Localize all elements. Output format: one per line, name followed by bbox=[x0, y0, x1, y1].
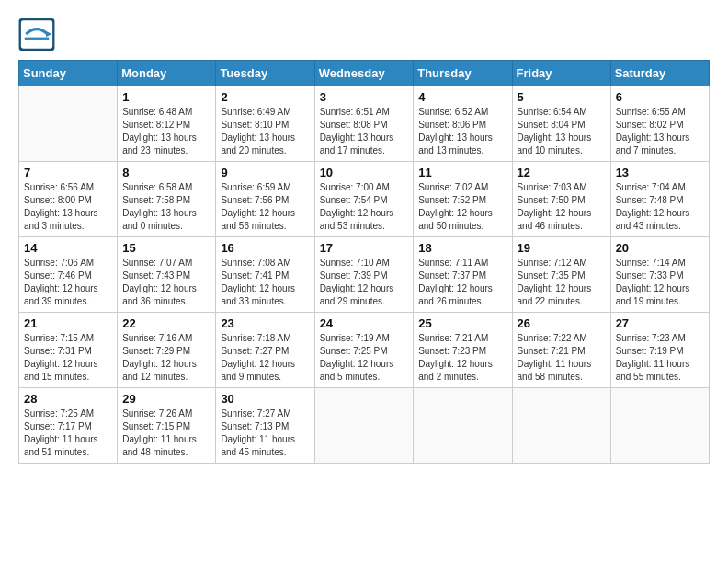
day-number: 9 bbox=[221, 166, 309, 179]
weekday-header: Tuesday bbox=[216, 61, 314, 86]
calendar-cell: 18Sunrise: 7:11 AM Sunset: 7:37 PM Dayli… bbox=[414, 237, 512, 313]
calendar-cell: 19Sunrise: 7:12 AM Sunset: 7:35 PM Dayli… bbox=[512, 237, 610, 313]
day-number: 4 bbox=[418, 90, 506, 104]
day-number: 8 bbox=[122, 166, 210, 179]
calendar-cell bbox=[414, 388, 512, 464]
weekday-header: Monday bbox=[118, 61, 216, 86]
day-number: 22 bbox=[122, 316, 210, 330]
page-header bbox=[18, 18, 710, 51]
calendar-cell bbox=[314, 388, 414, 464]
calendar-cell: 2Sunrise: 6:49 AM Sunset: 8:10 PM Daylig… bbox=[216, 86, 314, 162]
day-info: Sunrise: 6:48 AM Sunset: 8:12 PM Dayligh… bbox=[122, 106, 210, 157]
calendar-cell: 25Sunrise: 7:21 AM Sunset: 7:23 PM Dayli… bbox=[414, 313, 512, 388]
day-info: Sunrise: 7:16 AM Sunset: 7:29 PM Dayligh… bbox=[122, 332, 210, 384]
day-info: Sunrise: 7:12 AM Sunset: 7:35 PM Dayligh… bbox=[518, 257, 606, 308]
day-info: Sunrise: 7:18 AM Sunset: 7:27 PM Dayligh… bbox=[221, 332, 309, 384]
day-number: 18 bbox=[418, 241, 506, 255]
day-info: Sunrise: 6:56 AM Sunset: 8:00 PM Dayligh… bbox=[24, 181, 112, 233]
calendar-cell: 13Sunrise: 7:04 AM Sunset: 7:48 PM Dayli… bbox=[610, 162, 709, 237]
calendar-cell: 3Sunrise: 6:51 AM Sunset: 8:08 PM Daylig… bbox=[314, 86, 414, 162]
calendar-cell: 9Sunrise: 6:59 AM Sunset: 7:56 PM Daylig… bbox=[216, 162, 314, 237]
day-number: 30 bbox=[221, 392, 309, 406]
calendar-week-row: 1Sunrise: 6:48 AM Sunset: 8:12 PM Daylig… bbox=[19, 86, 710, 162]
calendar-cell: 11Sunrise: 7:02 AM Sunset: 7:52 PM Dayli… bbox=[414, 162, 512, 237]
day-number: 2 bbox=[221, 90, 309, 104]
day-info: Sunrise: 6:59 AM Sunset: 7:56 PM Dayligh… bbox=[221, 181, 309, 233]
calendar-cell: 7Sunrise: 6:56 AM Sunset: 8:00 PM Daylig… bbox=[19, 162, 118, 237]
day-info: Sunrise: 7:14 AM Sunset: 7:33 PM Dayligh… bbox=[616, 257, 704, 308]
calendar-cell bbox=[610, 388, 709, 464]
calendar-cell: 20Sunrise: 7:14 AM Sunset: 7:33 PM Dayli… bbox=[610, 237, 709, 313]
logo bbox=[18, 18, 59, 51]
day-number: 20 bbox=[616, 241, 704, 255]
day-info: Sunrise: 7:23 AM Sunset: 7:19 PM Dayligh… bbox=[616, 332, 704, 384]
weekday-header: Thursday bbox=[414, 61, 512, 86]
calendar-cell: 24Sunrise: 7:19 AM Sunset: 7:25 PM Dayli… bbox=[314, 313, 414, 388]
day-info: Sunrise: 7:00 AM Sunset: 7:54 PM Dayligh… bbox=[320, 181, 409, 233]
day-info: Sunrise: 6:51 AM Sunset: 8:08 PM Dayligh… bbox=[320, 106, 409, 157]
day-number: 17 bbox=[320, 241, 409, 255]
day-number: 28 bbox=[24, 392, 112, 406]
day-number: 3 bbox=[320, 90, 409, 104]
weekday-header: Saturday bbox=[610, 61, 709, 86]
day-info: Sunrise: 6:54 AM Sunset: 8:04 PM Dayligh… bbox=[518, 106, 606, 157]
calendar-cell: 6Sunrise: 6:55 AM Sunset: 8:02 PM Daylig… bbox=[610, 86, 709, 162]
day-info: Sunrise: 6:49 AM Sunset: 8:10 PM Dayligh… bbox=[221, 106, 309, 157]
day-number: 21 bbox=[24, 316, 112, 330]
day-number: 11 bbox=[418, 166, 506, 179]
calendar-week-row: 28Sunrise: 7:25 AM Sunset: 7:17 PM Dayli… bbox=[19, 388, 710, 464]
day-info: Sunrise: 7:21 AM Sunset: 7:23 PM Dayligh… bbox=[418, 332, 506, 384]
day-info: Sunrise: 7:25 AM Sunset: 7:17 PM Dayligh… bbox=[24, 408, 112, 459]
day-info: Sunrise: 7:19 AM Sunset: 7:25 PM Dayligh… bbox=[320, 332, 409, 384]
calendar-cell bbox=[512, 388, 610, 464]
day-number: 24 bbox=[320, 316, 409, 330]
day-number: 27 bbox=[616, 316, 704, 330]
day-info: Sunrise: 7:26 AM Sunset: 7:15 PM Dayligh… bbox=[122, 408, 210, 459]
day-number: 6 bbox=[616, 90, 704, 104]
logo-icon bbox=[18, 18, 55, 51]
calendar-cell bbox=[19, 86, 118, 162]
day-info: Sunrise: 7:15 AM Sunset: 7:31 PM Dayligh… bbox=[24, 332, 112, 384]
day-info: Sunrise: 7:07 AM Sunset: 7:43 PM Dayligh… bbox=[122, 257, 210, 308]
day-info: Sunrise: 7:27 AM Sunset: 7:13 PM Dayligh… bbox=[221, 408, 309, 459]
day-info: Sunrise: 7:10 AM Sunset: 7:39 PM Dayligh… bbox=[320, 257, 409, 308]
calendar-cell: 27Sunrise: 7:23 AM Sunset: 7:19 PM Dayli… bbox=[610, 313, 709, 388]
calendar-cell: 5Sunrise: 6:54 AM Sunset: 8:04 PM Daylig… bbox=[512, 86, 610, 162]
day-info: Sunrise: 7:11 AM Sunset: 7:37 PM Dayligh… bbox=[418, 257, 506, 308]
calendar-cell: 29Sunrise: 7:26 AM Sunset: 7:15 PM Dayli… bbox=[118, 388, 216, 464]
calendar-cell: 4Sunrise: 6:52 AM Sunset: 8:06 PM Daylig… bbox=[414, 86, 512, 162]
weekday-header: Wednesday bbox=[314, 61, 414, 86]
day-info: Sunrise: 7:08 AM Sunset: 7:41 PM Dayligh… bbox=[221, 257, 309, 308]
day-number: 13 bbox=[616, 166, 704, 179]
day-number: 26 bbox=[518, 316, 606, 330]
day-number: 15 bbox=[122, 241, 210, 255]
day-info: Sunrise: 7:04 AM Sunset: 7:48 PM Dayligh… bbox=[616, 181, 704, 233]
day-number: 16 bbox=[221, 241, 309, 255]
day-number: 12 bbox=[518, 166, 606, 179]
calendar-cell: 22Sunrise: 7:16 AM Sunset: 7:29 PM Dayli… bbox=[118, 313, 216, 388]
calendar-cell: 12Sunrise: 7:03 AM Sunset: 7:50 PM Dayli… bbox=[512, 162, 610, 237]
weekday-header: Friday bbox=[512, 61, 610, 86]
calendar-table: SundayMondayTuesdayWednesdayThursdayFrid… bbox=[18, 60, 710, 464]
day-number: 10 bbox=[320, 166, 409, 179]
calendar-cell: 15Sunrise: 7:07 AM Sunset: 7:43 PM Dayli… bbox=[118, 237, 216, 313]
weekday-header: Sunday bbox=[19, 61, 118, 86]
day-info: Sunrise: 7:03 AM Sunset: 7:50 PM Dayligh… bbox=[518, 181, 606, 233]
calendar-cell: 28Sunrise: 7:25 AM Sunset: 7:17 PM Dayli… bbox=[19, 388, 118, 464]
calendar-cell: 10Sunrise: 7:00 AM Sunset: 7:54 PM Dayli… bbox=[314, 162, 414, 237]
day-number: 29 bbox=[122, 392, 210, 406]
day-info: Sunrise: 7:02 AM Sunset: 7:52 PM Dayligh… bbox=[418, 181, 506, 233]
calendar-cell: 16Sunrise: 7:08 AM Sunset: 7:41 PM Dayli… bbox=[216, 237, 314, 313]
calendar-cell: 30Sunrise: 7:27 AM Sunset: 7:13 PM Dayli… bbox=[216, 388, 314, 464]
calendar-cell: 23Sunrise: 7:18 AM Sunset: 7:27 PM Dayli… bbox=[216, 313, 314, 388]
day-number: 23 bbox=[221, 316, 309, 330]
calendar-cell: 17Sunrise: 7:10 AM Sunset: 7:39 PM Dayli… bbox=[314, 237, 414, 313]
day-info: Sunrise: 6:58 AM Sunset: 7:58 PM Dayligh… bbox=[122, 181, 210, 233]
calendar-cell: 21Sunrise: 7:15 AM Sunset: 7:31 PM Dayli… bbox=[19, 313, 118, 388]
day-number: 19 bbox=[518, 241, 606, 255]
calendar-header-row: SundayMondayTuesdayWednesdayThursdayFrid… bbox=[19, 61, 710, 86]
day-number: 14 bbox=[24, 241, 112, 255]
day-info: Sunrise: 7:06 AM Sunset: 7:46 PM Dayligh… bbox=[24, 257, 112, 308]
calendar-cell: 8Sunrise: 6:58 AM Sunset: 7:58 PM Daylig… bbox=[118, 162, 216, 237]
calendar-cell: 1Sunrise: 6:48 AM Sunset: 8:12 PM Daylig… bbox=[118, 86, 216, 162]
